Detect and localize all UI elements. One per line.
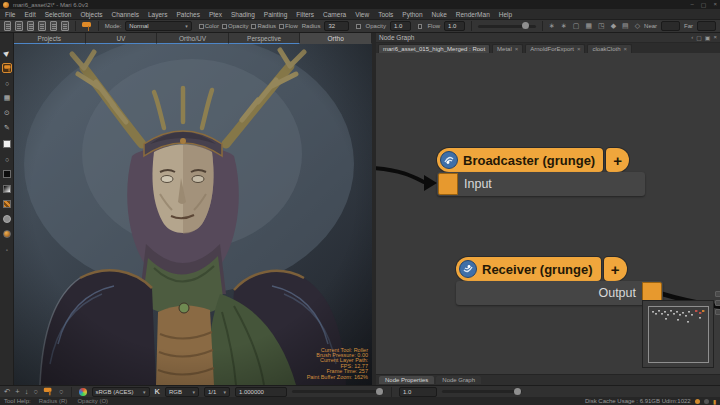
minimap-fit-icon[interactable]	[715, 300, 720, 306]
color-manager-icon[interactable]	[79, 388, 87, 396]
secondary-slider[interactable]	[442, 390, 522, 393]
menu-item[interactable]: RenderMan	[456, 11, 490, 18]
flow-field[interactable]: 1.0	[444, 21, 465, 31]
save-project-icon[interactable]	[27, 21, 34, 31]
blur-tool-icon[interactable]	[2, 214, 12, 224]
receiver-node-header[interactable]: Receiver (grunge) +	[456, 257, 627, 281]
toolbar-icon[interactable]: ▦	[585, 21, 592, 31]
export-icon[interactable]	[50, 21, 57, 31]
close-tab-icon[interactable]: ×	[515, 46, 519, 52]
node-graph-canvas[interactable]: Broadcaster (grunge) + Input Receiver (g…	[376, 53, 720, 374]
add-port-button[interactable]: +	[606, 148, 629, 172]
graph-tab-arnoldforexport[interactable]: ArnoldForExport×	[525, 44, 585, 53]
near-field[interactable]	[661, 21, 680, 31]
archive-icon[interactable]	[61, 21, 68, 31]
new-project-icon[interactable]	[4, 21, 11, 31]
graph-tab-cloakcloth[interactable]: cloakCloth×	[587, 44, 632, 53]
blend-mode-dropdown[interactable]: Normal▾	[125, 21, 191, 31]
tab-node-graph[interactable]: Node Graph	[436, 376, 481, 384]
opacity-field[interactable]: 1.0	[390, 21, 411, 31]
close-tab-icon[interactable]: ×	[577, 46, 581, 52]
menu-item[interactable]: Channels	[111, 11, 138, 18]
zoom-tool-icon[interactable]: ⊙	[2, 108, 12, 118]
menu-item[interactable]: Python	[402, 11, 422, 18]
multiplier-field[interactable]: 1.000000	[235, 387, 287, 397]
checkbox-icon[interactable]	[418, 24, 423, 29]
graph-tab-metal[interactable]: Metal×	[492, 44, 523, 53]
toolbar-icon[interactable]: ▤	[622, 21, 629, 31]
add-port-button[interactable]: +	[604, 257, 627, 281]
drop-icon[interactable]: ↓	[25, 387, 29, 396]
link-toggle[interactable]: Radius	[248, 23, 276, 29]
menu-item[interactable]: Objects	[80, 11, 102, 18]
paint-roller-icon[interactable]	[2, 63, 12, 73]
minimap-toggle-icon[interactable]	[715, 291, 720, 297]
color-picker-icon[interactable]: K	[155, 387, 160, 396]
colorspace-dropdown[interactable]: sRGB (ACES)▾	[92, 387, 150, 397]
menu-item[interactable]: Nuke	[432, 11, 447, 18]
far-field[interactable]	[697, 21, 716, 31]
panel-icon[interactable]: ‹	[691, 34, 693, 41]
pen-tool-icon[interactable]: ✎	[2, 123, 12, 133]
foreground-swatch[interactable]	[2, 139, 12, 149]
close-tab-icon[interactable]: ×	[623, 46, 627, 52]
panel-icon[interactable]: ×	[713, 34, 717, 41]
select-cursor-icon[interactable]: ▶	[2, 48, 12, 58]
graph-tab-root[interactable]: mari6_asset_015_high_Merged : Root	[378, 44, 490, 53]
node-graph-minimap[interactable]	[642, 300, 714, 368]
minimize-icon[interactable]: –	[690, 1, 693, 8]
tab-ortho-uv[interactable]: Ortho/UV	[157, 33, 229, 44]
circle-brush-icon[interactable]: ○	[59, 387, 64, 396]
panel-icon[interactable]: ▢	[696, 34, 702, 41]
falloff-slider[interactable]	[478, 25, 536, 28]
minimap-lock-icon[interactable]	[715, 309, 720, 315]
secondary-value-field[interactable]: 1.0	[399, 387, 437, 397]
menu-item[interactable]: Layers	[148, 11, 168, 18]
menu-item[interactable]: Shading	[231, 11, 255, 18]
paint-roller-tool-icon[interactable]	[82, 22, 92, 31]
receiver-node-body[interactable]: Output	[456, 281, 663, 305]
link-toggle[interactable]: Opacity	[219, 23, 248, 29]
menu-item[interactable]: Help	[499, 11, 512, 18]
tab-uv[interactable]: UV	[86, 33, 158, 44]
menu-item[interactable]: Tools	[378, 11, 393, 18]
toolbar-icon[interactable]: ◇	[635, 21, 640, 31]
checkbox-icon[interactable]	[356, 24, 361, 29]
toolbar-icon[interactable]: ▢	[573, 21, 580, 31]
eraser-tool-icon[interactable]: ○	[2, 154, 12, 164]
pan-icon[interactable]: +	[15, 387, 19, 396]
maximize-icon[interactable]: ▢	[701, 1, 707, 8]
ellipse-tool-icon[interactable]: ○	[2, 78, 12, 88]
3d-viewport[interactable]: Current Tool: RollerBrush Pressure: 0.00…	[14, 44, 372, 385]
multiplier-slider[interactable]	[292, 390, 384, 393]
toolbar-icon[interactable]: ◳	[598, 21, 605, 31]
paint-roller-active-icon[interactable]	[44, 388, 53, 396]
toolbar-icon[interactable]: ∗	[561, 21, 567, 31]
menu-item[interactable]: Edit	[24, 11, 35, 18]
tab-node-properties[interactable]: Node Properties	[379, 376, 434, 384]
undo-icon[interactable]: ↶	[4, 387, 10, 396]
menu-item[interactable]: Painting	[264, 11, 288, 18]
menu-item[interactable]: Selection	[45, 11, 72, 18]
menu-item[interactable]: Ptex	[209, 11, 222, 18]
menu-item[interactable]: Camera	[323, 11, 346, 18]
channel-dropdown[interactable]: RGB▾	[165, 387, 199, 397]
menu-item[interactable]: Filters	[296, 11, 314, 18]
cache-folder-icon[interactable]: ▮	[713, 398, 716, 405]
patch-dropdown[interactable]: 1/1▾	[204, 387, 230, 397]
toolbar-icon[interactable]: ◆	[611, 21, 616, 31]
tab-projects[interactable]: Projects	[14, 33, 86, 44]
sphere-preview-icon[interactable]	[2, 229, 12, 239]
close-icon[interactable]: ×	[713, 1, 717, 8]
link-toggle[interactable]: Flow	[276, 23, 298, 29]
open-project-icon[interactable]	[15, 21, 22, 31]
broadcaster-node-body[interactable]: Input	[437, 172, 645, 196]
menu-item[interactable]: File	[5, 11, 15, 18]
import-icon[interactable]	[38, 21, 45, 31]
circle-brush-icon[interactable]: ○	[33, 387, 38, 396]
grid-tool-icon[interactable]: ▦	[2, 93, 12, 103]
strip-overflow-icon[interactable]: ▫	[2, 245, 12, 255]
tab-perspective[interactable]: Perspective	[229, 33, 301, 44]
link-toggle[interactable]: Color	[196, 23, 219, 29]
tab-ortho[interactable]: Ortho	[300, 33, 372, 44]
